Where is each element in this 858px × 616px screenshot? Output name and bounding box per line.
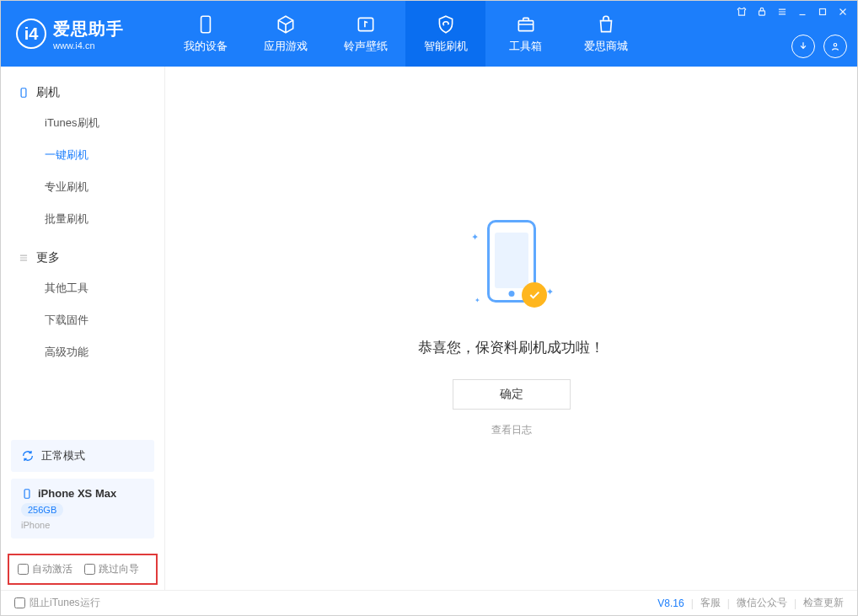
tab-store[interactable]: 爱思商城 (566, 1, 646, 67)
sparkle-icon: ✦ (546, 287, 554, 297)
cube-icon (275, 13, 297, 35)
device-storage-badge: 256GB (21, 503, 63, 517)
tab-ringtone[interactable]: 铃声壁纸 (325, 1, 405, 67)
svg-rect-4 (820, 9, 826, 15)
download-button[interactable] (791, 35, 815, 58)
tab-my-device[interactable]: 我的设备 (165, 1, 245, 67)
status-bar: 阻止iTunes运行 V8.16 | 客服 | 微信公众号 | 检查更新 (1, 590, 857, 615)
tab-apps[interactable]: 应用游戏 (245, 1, 325, 67)
svg-rect-3 (759, 11, 765, 15)
sidebar-item-download-firmware[interactable]: 下载固件 (1, 304, 164, 336)
flash-options-highlighted: 自动激活 跳过向导 (8, 554, 158, 585)
sidebar-item-advanced[interactable]: 高级功能 (1, 336, 164, 368)
toolbox-icon (515, 13, 537, 35)
user-button[interactable] (823, 35, 847, 58)
close-icon[interactable] (837, 6, 849, 18)
svg-rect-6 (21, 88, 26, 98)
device-mode-status[interactable]: 正常模式 (11, 440, 154, 472)
svg-point-5 (834, 44, 837, 47)
success-message: 恭喜您，保资料刷机成功啦！ (418, 338, 604, 357)
sparkle-icon: ✦ (471, 232, 479, 243)
tab-toolbox[interactable]: 工具箱 (485, 1, 566, 67)
version-label: V8.16 (657, 597, 684, 609)
sidebar-item-itunes-flash[interactable]: iTunes刷机 (1, 107, 164, 139)
main-content: ✦ ✦ ✦ 恭喜您，保资料刷机成功啦！ 确定 查看日志 (165, 67, 857, 590)
sidebar: 刷机 iTunes刷机 一键刷机 专业刷机 批量刷机 更多 其他工具 下载固件 … (1, 67, 165, 590)
phone-icon (195, 13, 217, 35)
tab-smart-flash[interactable]: 智能刷机 (405, 1, 485, 67)
ok-button[interactable]: 确定 (453, 379, 571, 410)
device-name: iPhone XS Max (38, 487, 116, 500)
sidebar-item-other-tools[interactable]: 其他工具 (1, 272, 164, 304)
minimize-icon[interactable] (796, 6, 808, 18)
bag-icon (595, 13, 617, 35)
sidebar-item-pro-flash[interactable]: 专业刷机 (1, 171, 164, 203)
maximize-icon[interactable] (817, 6, 829, 18)
check-badge-icon (522, 282, 547, 308)
sidebar-item-batch-flash[interactable]: 批量刷机 (1, 203, 164, 235)
connected-device[interactable]: iPhone XS Max 256GB iPhone (11, 479, 154, 538)
device-type: iPhone (21, 520, 144, 530)
view-log-link[interactable]: 查看日志 (491, 423, 532, 437)
success-illustration: ✦ ✦ ✦ (469, 220, 554, 313)
svg-rect-7 (24, 489, 29, 498)
footer-link-update[interactable]: 检查更新 (803, 596, 844, 610)
tshirt-icon[interactable] (736, 6, 748, 18)
svg-rect-0 (201, 16, 210, 33)
sidebar-group-flash: 刷机 (1, 78, 164, 107)
checkbox-skip-guide[interactable]: 跳过向导 (84, 562, 139, 576)
shield-refresh-icon (435, 13, 457, 35)
checkbox-auto-activate[interactable]: 自动激活 (18, 562, 72, 576)
checkbox-block-itunes[interactable]: 阻止iTunes运行 (14, 596, 100, 610)
phone-small-icon (21, 488, 33, 500)
music-folder-icon (355, 13, 377, 35)
lock-icon[interactable] (756, 6, 768, 18)
sync-icon (21, 449, 35, 463)
list-icon (18, 252, 29, 264)
sidebar-group-more: 更多 (1, 244, 164, 272)
logo-icon: i4 (16, 19, 46, 49)
user-icon (829, 40, 841, 52)
window-controls (736, 6, 849, 18)
sparkle-icon: ✦ (475, 297, 480, 304)
app-subtitle: www.i4.cn (53, 40, 124, 51)
sidebar-item-onekey-flash[interactable]: 一键刷机 (1, 139, 164, 171)
menu-icon[interactable] (776, 6, 788, 18)
logo: i4 爱思助手 www.i4.cn (1, 1, 165, 67)
svg-rect-1 (358, 18, 373, 30)
device-icon (18, 87, 29, 99)
footer-link-service[interactable]: 客服 (700, 596, 721, 610)
app-header: i4 爱思助手 www.i4.cn 我的设备 应用游戏 铃声壁纸 智能刷机 工具… (1, 1, 857, 67)
download-icon (797, 40, 809, 52)
app-title: 爱思助手 (53, 18, 124, 40)
footer-link-wechat[interactable]: 微信公众号 (737, 596, 787, 610)
svg-rect-2 (518, 21, 533, 31)
